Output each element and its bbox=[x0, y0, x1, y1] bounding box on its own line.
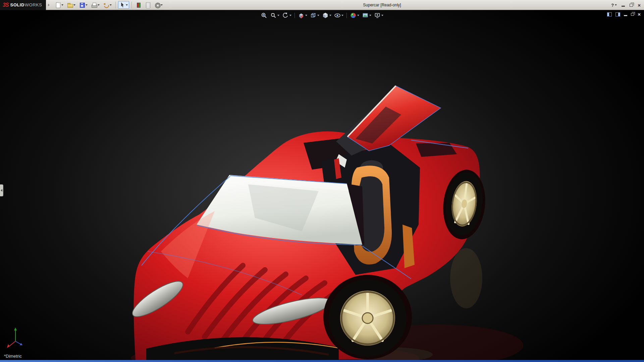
document-restore-button[interactable] bbox=[631, 13, 634, 16]
document-title: Supercar [Read-only] bbox=[363, 0, 401, 10]
minimize-button[interactable] bbox=[622, 6, 625, 7]
chevron-down-icon bbox=[317, 15, 319, 16]
chevron-down-icon bbox=[61, 4, 63, 6]
featuremanager-collapse-tab[interactable] bbox=[0, 184, 3, 196]
scene-picture-icon bbox=[362, 12, 369, 19]
section-view-button[interactable] bbox=[297, 11, 308, 19]
chevron-down-icon bbox=[86, 4, 88, 6]
zoom-to-fit-button[interactable] bbox=[260, 11, 268, 19]
chevron-down-icon bbox=[126, 4, 128, 6]
chevron-down-icon bbox=[289, 15, 291, 16]
view-cube-icon bbox=[310, 12, 317, 19]
view-settings-button[interactable] bbox=[373, 11, 384, 19]
chevron-down-icon bbox=[161, 4, 163, 6]
status-bar bbox=[0, 360, 644, 362]
chevron-down-icon bbox=[615, 4, 617, 6]
chevron-down-icon bbox=[341, 15, 343, 16]
chevron-down-icon bbox=[357, 15, 359, 16]
brand-3s-icon: 3S bbox=[3, 2, 9, 8]
view-settings-icon bbox=[374, 12, 381, 19]
previous-view-icon bbox=[282, 12, 289, 19]
new-document-button[interactable] bbox=[54, 1, 65, 9]
document-minimize-button[interactable] bbox=[624, 15, 627, 16]
titlebar: 3S SOLID WORKS bbox=[0, 0, 644, 10]
graphics-viewport[interactable]: × *Dimetric bbox=[0, 10, 644, 360]
supercar-3d-model bbox=[0, 10, 644, 360]
open-document-icon bbox=[67, 2, 73, 8]
zoom-to-area-button[interactable] bbox=[269, 11, 280, 19]
print-icon bbox=[91, 2, 97, 8]
help-icon: ? bbox=[611, 3, 614, 8]
zoom-to-area-icon bbox=[270, 12, 277, 19]
view-orientation-button[interactable] bbox=[309, 11, 320, 19]
apply-scene-button[interactable] bbox=[361, 11, 372, 19]
window-controls: ? × bbox=[611, 0, 641, 10]
gear-icon bbox=[154, 2, 160, 8]
sketch-sheet-button[interactable] bbox=[144, 1, 152, 9]
edit-appearance-button[interactable] bbox=[349, 11, 360, 19]
chevron-down-icon bbox=[369, 15, 371, 16]
view-orientation-label: *Dimetric bbox=[4, 354, 22, 359]
color-swatch-icon bbox=[136, 2, 141, 8]
display-style-button[interactable] bbox=[321, 11, 332, 19]
undo-icon bbox=[103, 2, 109, 8]
toolbar-separator bbox=[115, 2, 116, 8]
previous-view-button[interactable] bbox=[281, 11, 292, 19]
print-button[interactable] bbox=[90, 1, 101, 9]
brand-solid-text: SOLID bbox=[10, 2, 24, 7]
cursor-select-icon bbox=[119, 2, 125, 8]
solidworks-logo[interactable]: 3S SOLID WORKS bbox=[0, 0, 46, 10]
help-button[interactable]: ? bbox=[611, 3, 617, 8]
sketch-sheet-icon bbox=[145, 2, 151, 8]
brand-works-text: WORKS bbox=[25, 2, 42, 7]
section-view-icon bbox=[298, 12, 305, 19]
document-window-controls: × bbox=[607, 12, 641, 17]
open-document-button[interactable] bbox=[66, 1, 77, 9]
save-button[interactable] bbox=[78, 1, 89, 9]
chevron-down-icon bbox=[73, 4, 75, 6]
heads-up-view-toolbar bbox=[260, 11, 384, 19]
chevron-down-icon bbox=[329, 15, 331, 16]
new-document-icon bbox=[55, 2, 61, 8]
save-icon bbox=[79, 2, 85, 8]
select-tool-button[interactable] bbox=[118, 1, 129, 9]
zoom-to-fit-icon bbox=[261, 12, 267, 19]
restore-button[interactable] bbox=[630, 4, 633, 7]
close-button[interactable]: × bbox=[638, 3, 641, 8]
orientation-triad bbox=[4, 324, 28, 351]
solidworks-window: 3S SOLID WORKS bbox=[0, 0, 644, 362]
chevron-down-icon bbox=[381, 15, 383, 16]
hide-show-items-button[interactable] bbox=[333, 11, 344, 19]
eye-icon bbox=[334, 12, 341, 19]
chevron-down-icon bbox=[98, 4, 100, 6]
document-close-button[interactable]: × bbox=[638, 12, 641, 17]
chevron-down-icon bbox=[305, 15, 307, 16]
undo-button[interactable] bbox=[102, 1, 113, 9]
toolbar-separator bbox=[294, 13, 295, 18]
options-button[interactable] bbox=[153, 1, 164, 9]
pane-split-right-icon[interactable] bbox=[615, 12, 620, 16]
color-swatch-button[interactable] bbox=[134, 1, 143, 9]
toolbar-separator bbox=[346, 13, 347, 18]
pane-split-left-icon[interactable] bbox=[607, 12, 612, 16]
appearance-ball-icon bbox=[350, 12, 357, 19]
chevron-down-icon bbox=[277, 15, 279, 16]
quick-access-toolbar bbox=[50, 1, 164, 9]
toolbar-separator bbox=[131, 2, 132, 8]
display-style-icon bbox=[322, 12, 329, 19]
chevron-down-icon bbox=[110, 4, 112, 6]
